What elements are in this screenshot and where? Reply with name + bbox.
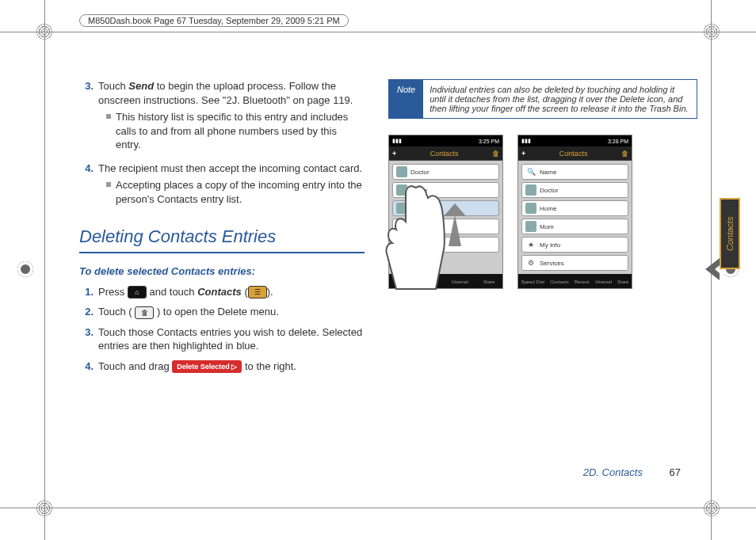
avatar-icon — [525, 184, 536, 196]
list-item: ★My Info — [521, 237, 628, 253]
contacts-icon: ☰ — [248, 286, 267, 299]
registration-mark-icon — [36, 24, 52, 40]
avatar-icon — [525, 203, 536, 214]
contact-name: Home — [410, 187, 427, 194]
bullet-text: This history list is specific to this en… — [116, 110, 365, 152]
tab-label: Vicemal — [595, 280, 612, 284]
list-item: 3. Touch those Contacts entries you wish… — [79, 325, 365, 353]
registration-mark-icon — [704, 24, 720, 40]
phone-tab-bar: Speed Dial Contacts Recent Vicemal Stare — [518, 274, 632, 289]
drag-arrow-icon — [449, 215, 461, 246]
phone-mock-drag: ▮▮▮ 3:25 PM + Contacts 🗑 Doctor Home Mom… — [388, 135, 503, 289]
step-number: 3. — [79, 325, 94, 353]
bullet-text: Accepting places a copy of the incoming … — [116, 178, 365, 206]
note-text: Individual entries can also be deleted b… — [423, 80, 697, 118]
contact-name: Name — [540, 169, 556, 176]
step-text: ( — [242, 286, 248, 298]
tab-label: Vicemal — [452, 280, 468, 284]
phone-status-bar: ▮▮▮ 3:25 PM — [389, 135, 502, 146]
list-item: 1. Press ⌂ and touch Contacts (☰). — [79, 285, 365, 299]
contact-name: ervices — [396, 241, 416, 249]
list-item: Mom — [521, 219, 628, 234]
star-icon: ★ — [525, 239, 536, 250]
phone-status-bar: ▮▮▮ 3:28 PM — [518, 135, 632, 146]
list-item: Home — [521, 200, 628, 216]
list-item: Doctor — [392, 164, 499, 180]
note-label: Note — [389, 80, 423, 118]
contact-name: Mom — [540, 223, 554, 230]
list-item: fo — [392, 219, 499, 234]
delete-selected-button-icon: Delete Selected — [172, 360, 242, 373]
phone-clock: 3:28 PM — [608, 139, 628, 144]
avatar-icon — [396, 203, 407, 214]
phone-title: Contacts — [559, 150, 588, 158]
tab-label: Contacts — [550, 280, 569, 284]
step-number: 2. — [79, 305, 94, 319]
list-item: ⚙Services — [521, 255, 628, 271]
step-number: 1. — [79, 285, 94, 299]
add-icon: + — [392, 150, 396, 158]
step-text: and touch — [149, 286, 197, 298]
square-bullet-icon — [106, 114, 111, 119]
tab-label: Speed Dial — [521, 280, 544, 284]
tab-label: Stare — [483, 280, 494, 284]
contact-name: Services — [540, 260, 564, 267]
tab-label: Recent — [575, 280, 590, 284]
list-item: 4. Touch and drag Delete Selected to the… — [79, 359, 365, 374]
registration-mark-icon — [704, 500, 720, 516]
sub-heading: To delete selected Contacts entries: — [79, 264, 365, 279]
page-content: 3. Touch Send to begin the upload proces… — [79, 79, 712, 485]
page-number: 67 — [670, 466, 681, 478]
gear-icon: ⚙ — [525, 257, 536, 268]
left-column: 3. Touch Send to begin the upload proces… — [79, 79, 365, 485]
signal-icon: ▮▮▮ — [392, 138, 402, 144]
contact-name: Mom — [410, 205, 425, 212]
ui-term-send: Send — [128, 80, 154, 92]
running-head: M850Dash.book Page 67 Tuesday, September… — [79, 14, 349, 27]
phone-title: Contacts — [430, 150, 459, 158]
list-item: 2. Touch ( 🗑 ) to open the Delete menu. — [79, 305, 365, 319]
tab-label: atch — [397, 280, 406, 284]
square-bullet-icon — [106, 182, 111, 187]
right-column: Note Individual entries can also be dele… — [388, 79, 712, 485]
list-item: 🔍Name — [521, 164, 628, 180]
trash-icon: 🗑 — [621, 150, 628, 158]
contact-name: Doctor — [540, 187, 559, 194]
trash-icon: 🗑 — [135, 306, 154, 319]
step-number: 3. — [79, 79, 94, 155]
step-text: ) to open the Delete menu. — [157, 306, 279, 318]
phone-mock-list: ▮▮▮ 3:28 PM + Contacts 🗑 🔍Name Doctor Ho… — [517, 135, 632, 289]
side-registration-icon — [17, 261, 33, 277]
sub-bullet: This history list is specific to this en… — [106, 110, 365, 152]
list-item: Home — [392, 182, 499, 198]
registration-mark-icon — [36, 500, 52, 516]
phone-tab-bar: atch Recent Vicemal Stare — [389, 274, 502, 289]
list-item: ervices — [392, 237, 499, 253]
phone-clock: 3:25 PM — [479, 139, 499, 144]
phone-header: + Contacts 🗑 — [389, 146, 502, 161]
step-text: to the right. — [245, 360, 296, 372]
crop-mark-bottom — [0, 508, 756, 508]
add-icon: + — [521, 150, 525, 158]
section-heading: Deleting Contacts Entries — [79, 225, 365, 249]
contact-name: Doctor — [410, 169, 430, 176]
step-text: Touch — [98, 80, 128, 92]
note-box: Note Individual entries can also be dele… — [388, 79, 697, 119]
home-key-icon: ⌂ — [128, 286, 147, 299]
page-footer: 2D. Contacts 67 — [583, 466, 681, 478]
avatar-icon — [396, 184, 407, 196]
step-text: ). — [267, 286, 273, 298]
contact-name: Home — [540, 205, 556, 212]
signal-icon: ▮▮▮ — [521, 138, 531, 144]
step-text: Touch those Contacts entries you wish to… — [98, 325, 365, 353]
step-text: Touch ( — [98, 306, 132, 318]
list-item: Doctor — [521, 182, 628, 198]
step-text: The recipient must then accept the incom… — [98, 162, 362, 174]
step-number: 4. — [79, 359, 94, 374]
list-item: 3. Touch Send to begin the upload proces… — [79, 79, 365, 155]
avatar-icon — [525, 221, 536, 232]
phone-contact-list: Doctor Home Mom fo ervices — [389, 161, 502, 274]
step-text: Touch and drag — [98, 360, 172, 372]
contact-name: fo — [396, 223, 402, 230]
tab-label: Stare — [617, 280, 628, 284]
